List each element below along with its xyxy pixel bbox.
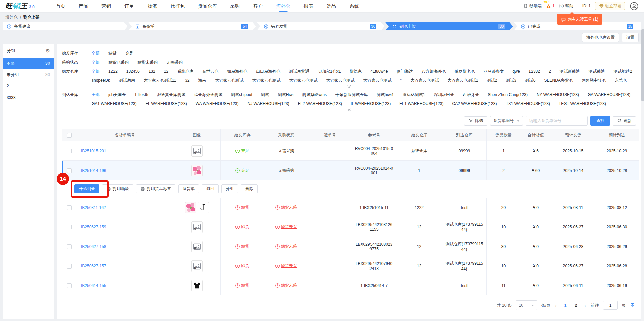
filter-option[interactable]: 测试甩货通 — [289, 67, 309, 76]
order-id-link[interactable]: IB251015-201 — [81, 149, 106, 153]
purchase-status-link[interactable]: 缺货未采 — [281, 263, 297, 269]
order-id-link[interactable]: IB250627-157 — [81, 264, 106, 269]
workflow-step-备货单[interactable]: 备货单54 — [128, 22, 256, 30]
filter-option[interactable]: shopeeOk — [92, 76, 110, 85]
nav-item-首页[interactable]: 首页 — [56, 0, 65, 12]
sidebar-group-2[interactable]: 2 — [3, 80, 54, 92]
filter-option[interactable]: 大管家云仓测试 — [289, 76, 318, 85]
product-thumbnail-flower[interactable] — [191, 165, 203, 176]
order-id-link[interactable]: IB250811-162 — [81, 205, 106, 210]
filter-option[interactable]: 测试勿用 — [119, 76, 135, 85]
sidebar-group-未分组[interactable]: 未分组30 — [3, 69, 54, 80]
filter-option[interactable]: 大管家云仓测试 — [252, 76, 281, 85]
help-link[interactable]: ? 帮助 — [559, 3, 573, 9]
refresh-button[interactable]: 刷新 — [613, 116, 636, 126]
unread-ticket-toast[interactable]: 您有未读工单 (1) — [557, 14, 602, 25]
filter-option[interactable]: NJ WAREHOUSE(123) — [248, 99, 289, 108]
workflow-step-到仓上架[interactable]: 到仓上架30 — [385, 22, 513, 30]
filter-option[interactable]: 测试 — [261, 90, 269, 99]
filter-option[interactable]: 如易海外仓 — [227, 67, 247, 76]
nav-item-物流[interactable]: 物流 — [148, 0, 157, 12]
filter-option[interactable]: 全部 — [92, 49, 100, 58]
nav-item-产品[interactable]: 产品 — [79, 0, 88, 12]
search-field-select[interactable]: 备货单编号 — [490, 116, 523, 126]
vertical-scrollbar[interactable] — [641, 29, 644, 321]
filter-option[interactable]: 阿姆勒中转仓 — [582, 76, 606, 85]
filter-option[interactable]: 测试hiwi1 — [377, 90, 394, 99]
row-checkbox[interactable] — [67, 225, 72, 229]
warehouse-settings-button[interactable]: 海外仓仓库设置 — [582, 33, 619, 42]
product-thumbnail-placeholder[interactable]: ! — [191, 145, 203, 157]
goto-page-input[interactable] — [603, 301, 618, 310]
page-size-select[interactable]: 10 — [516, 300, 537, 310]
filter-option[interactable]: 大管家云仓测试1 — [448, 76, 478, 85]
filter-option[interactable]: 斯德克 — [350, 67, 362, 76]
filter-option[interactable]: TEST WAREHOUSE(123) — [559, 99, 606, 108]
filter-option[interactable]: 132 — [149, 67, 155, 76]
nav-item-选品[interactable]: 选品 — [327, 0, 336, 12]
filter-option[interactable]: 缺货已采购 — [108, 58, 129, 67]
product-thumbnail-placeholder[interactable]: ! — [191, 221, 203, 233]
app-logo[interactable]: 旺销王 3.0 — [5, 1, 35, 11]
filter-option[interactable]: FL2 WAREHOUSE(123) — [298, 99, 342, 108]
filter-option[interactable]: NY WAREHOUSE(123) — [537, 90, 579, 99]
filter-option[interactable]: 41f86w4e — [371, 67, 388, 76]
product-thumbnail-placeholder[interactable]: ! — [191, 260, 203, 272]
page-number-1[interactable]: 1 — [561, 303, 569, 308]
filter-option[interactable]: 西班牙仓 — [463, 90, 479, 99]
collapse-chevron-icon[interactable] — [62, 108, 636, 113]
collapse-chevron-icon[interactable] — [62, 85, 636, 90]
toolbar-button-退回[interactable]: 退回 — [202, 184, 219, 193]
filter-option[interactable]: 测试能迪 — [589, 67, 605, 76]
filter-option[interactable]: 12332 — [529, 67, 540, 76]
filter-option[interactable]: 八方邮海外仓 — [422, 67, 446, 76]
row-checkbox[interactable] — [67, 264, 72, 269]
filter-button[interactable]: 筛选 — [464, 116, 487, 126]
nav-item-海外仓[interactable]: 海外仓 — [276, 0, 290, 12]
filter-option[interactable]: 测试3 — [506, 76, 516, 85]
filter-option[interactable]: CA2 WAREHOUSE(123) — [452, 99, 497, 108]
filter-option[interactable]: 贝加尔1仓x1 — [318, 67, 341, 76]
page-number-2[interactable]: 2 — [572, 303, 580, 308]
order-id-link[interactable]: IB250614-155 — [81, 283, 106, 288]
standalone-deploy-button[interactable]: 独立部署 — [595, 2, 625, 10]
filter-option[interactable]: 充足 — [125, 49, 133, 58]
user-avatar-icon[interactable] — [630, 2, 639, 11]
filter-option[interactable]: 俄罗斯老仓 — [455, 67, 475, 76]
filter-option[interactable]: 海南 — [198, 76, 206, 85]
purchase-status-link[interactable]: 缺货未采 — [281, 244, 297, 249]
filter-option[interactable]: 测试能迪2 — [614, 67, 632, 76]
filter-option[interactable]: 百世云仓 — [202, 67, 218, 76]
nav-item-订单[interactable]: 订单 — [125, 0, 134, 12]
filter-option[interactable]: 出口易海外仓 — [256, 67, 280, 76]
alert-indicator[interactable]: 1 — [546, 4, 555, 9]
filter-option[interactable]: 测试6 — [525, 76, 536, 85]
workflow-step-备货建议[interactable]: 备货建议 — [3, 22, 127, 30]
filter-option[interactable]: 福仓海外仓测试 — [194, 90, 222, 99]
filter-option[interactable]: 大管家云仓测试 — [363, 76, 392, 85]
filter-option[interactable]: jsh美国仓 — [108, 90, 126, 99]
search-button[interactable]: 查找 — [590, 116, 610, 126]
filter-option[interactable]: 全部 — [92, 90, 100, 99]
filter-option[interactable]: SEENDA尖货仓 — [544, 76, 573, 85]
toolbar-button-分组[interactable]: 分组 — [221, 184, 238, 193]
filter-option[interactable]: 大管家云仓测试 — [215, 76, 244, 85]
breadcrumb-parent[interactable]: 海外仓 — [5, 14, 18, 20]
filter-option[interactable]: Shen Zhen Cang(123) — [488, 90, 528, 99]
filter-option[interactable]: 大管家云仓测试 — [326, 76, 355, 85]
filter-option[interactable]: GA WAREHOUSE(123) — [588, 90, 630, 99]
row-checkbox[interactable] — [67, 244, 72, 249]
filter-option[interactable]: 东莞仓 — [615, 76, 627, 85]
nav-item-报表[interactable]: 报表 — [304, 0, 313, 12]
product-thumbnail-hook[interactable] — [198, 202, 209, 213]
sidebar-group-不限[interactable]: 不限30 — [3, 58, 54, 69]
mobile-app-link[interactable]: 移动端 HOT — [523, 3, 542, 9]
row-checkbox[interactable] — [67, 283, 72, 288]
order-id-link[interactable]: IB251014-196 — [81, 168, 106, 173]
filter-option[interactable]: TX1 WAREHOUSE(123) — [506, 99, 550, 108]
nav-item-采购[interactable]: 采购 — [230, 0, 240, 12]
filter-option[interactable]: 喜运达测试1 — [402, 90, 425, 99]
filter-option[interactable]: " — [400, 76, 402, 85]
row-checkbox[interactable] — [67, 149, 72, 153]
filter-option[interactable]: 亚马逊燕文 — [484, 67, 504, 76]
